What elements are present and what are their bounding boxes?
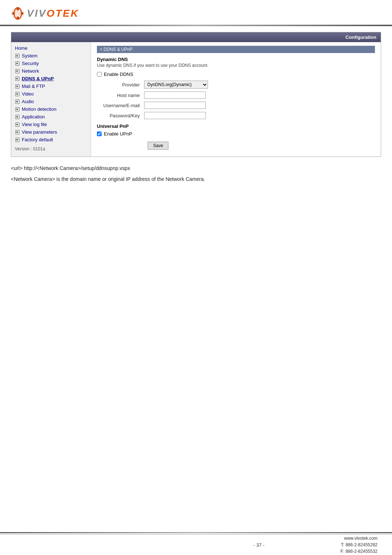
enable-upnp-checkbox[interactable]: [97, 131, 102, 136]
hostname-input[interactable]: [144, 92, 206, 99]
footer: - 37 - www.vivotek.com T: 886-2-82455282…: [0, 534, 392, 555]
content-area: > DDNS & UPnP Dynamic DNS Use dynamic DN…: [91, 42, 381, 157]
arrow-icon-motion: ►: [15, 107, 20, 112]
sidebar-label-audio: Audio: [22, 99, 34, 104]
sidebar-label-viewlog: View log file: [22, 122, 47, 127]
arrow-icon-factory: ►: [15, 137, 20, 142]
sidebar-item-audio[interactable]: ► Audio: [11, 98, 91, 105]
footer-website: www.vivotek.com: [340, 535, 377, 542]
sidebar-item-viewlog[interactable]: ► View log file: [11, 121, 91, 128]
config-panel: Configuration Home ► System ►: [11, 32, 381, 157]
svg-point-3: [21, 12, 24, 15]
bottom-divider: [0, 532, 392, 533]
provider-label: Provider: [97, 82, 144, 88]
arrow-icon-viewparams: ►: [15, 130, 20, 135]
page-number: - 37 -: [177, 542, 340, 548]
sidebar-label-viewparams: View parameters: [22, 129, 57, 135]
sidebar-item-motion[interactable]: ► Motion detection: [11, 105, 91, 113]
description-block: <url> http://<Network Camera>/setup/ddns…: [11, 164, 381, 184]
svg-point-4: [17, 8, 19, 11]
enable-upnp-label[interactable]: Enable UPnP: [104, 131, 132, 137]
sidebar-label-motion: Motion detection: [22, 106, 56, 112]
hostname-row: Host name: [97, 92, 375, 99]
sidebar-label-factory: Factory default: [22, 137, 53, 142]
svg-point-2: [12, 12, 15, 15]
hostname-label: Host name: [97, 93, 144, 98]
dynamic-dns-section: Dynamic DNS Use dynamic DNS if you want …: [97, 57, 375, 119]
enable-upnp-row: Enable UPnP: [97, 131, 375, 137]
provider-row: Provider DynDNS.org(Dynamic) DynDNS.org(…: [97, 81, 375, 89]
arrow-icon-ddns: ►: [15, 76, 20, 81]
note-line: <Network Camera> is the domain name or o…: [11, 175, 381, 184]
sidebar-label-network: Network: [22, 68, 39, 74]
arrow-icon-system: ►: [15, 53, 20, 58]
sidebar-item-security[interactable]: ► Security: [11, 60, 91, 67]
vivotek-logo-icon: [11, 7, 25, 20]
sidebar-item-mail[interactable]: ► Mail & FTP: [11, 82, 91, 90]
sidebar-item-ddns[interactable]: ► DDNS & UPnP: [11, 75, 91, 82]
arrow-icon-network: ►: [15, 69, 20, 74]
enable-ddns-row: Enable DDNS: [97, 72, 375, 77]
version-text: Version : 0101a: [11, 143, 91, 154]
arrow-icon-viewlog: ►: [15, 122, 20, 127]
arrow-icon-security: ►: [15, 61, 20, 66]
password-input[interactable]: [144, 112, 206, 119]
sidebar: Home ► System ► Security ►: [11, 42, 91, 157]
sidebar-item-viewparams[interactable]: ► View parameters: [11, 128, 91, 136]
sidebar-item-video[interactable]: ► Video: [11, 90, 91, 98]
sidebar-label-ddns: DDNS & UPnP: [22, 76, 54, 81]
page-header: VIVOTEK: [0, 0, 392, 25]
svg-point-5: [17, 17, 19, 19]
footer-phone: T: 886-2-82455282: [340, 542, 377, 548]
sidebar-item-application[interactable]: ► Application: [11, 113, 91, 121]
logo-text: VIVOTEK: [27, 8, 79, 19]
arrow-icon-mail: ►: [15, 84, 20, 89]
sidebar-label-video: Video: [22, 91, 34, 97]
provider-select[interactable]: DynDNS.org(Dynamic) DynDNS.org(Static) T…: [144, 81, 208, 89]
config-body: Home ► System ► Security ►: [11, 42, 381, 157]
universal-pnp-section: Universal PnP Enable UPnP: [97, 123, 375, 137]
sidebar-label-security: Security: [22, 61, 39, 66]
arrow-icon-audio: ►: [15, 99, 20, 104]
sidebar-item-network[interactable]: ► Network: [11, 67, 91, 75]
footer-fax: F: 886-2-82455532: [340, 548, 377, 555]
sidebar-label-system: System: [22, 53, 37, 58]
sidebar-item-system[interactable]: ► System: [11, 52, 91, 60]
dynamic-dns-title: Dynamic DNS: [97, 57, 375, 62]
sidebar-item-home[interactable]: Home: [11, 44, 91, 52]
sidebar-label-application: Application: [22, 114, 45, 119]
sidebar-label-home: Home: [15, 45, 28, 51]
config-header: Configuration: [11, 32, 381, 42]
enable-ddns-checkbox[interactable]: [97, 72, 102, 77]
footer-contact: www.vivotek.com T: 886-2-82455282 F: 886…: [340, 535, 377, 555]
url-line: <url> http://<Network Camera>/setup/ddns…: [11, 164, 381, 173]
section-breadcrumb: > DDNS & UPnP: [97, 46, 375, 53]
arrow-icon-application: ►: [15, 114, 20, 119]
username-input[interactable]: [144, 102, 206, 109]
logo-area: VIVOTEK: [11, 7, 381, 20]
enable-ddns-label[interactable]: Enable DDNS: [104, 72, 133, 77]
sidebar-label-mail: Mail & FTP: [22, 84, 45, 89]
dynamic-dns-desc: Use dynamic DNS if you want to use your …: [97, 63, 375, 68]
save-button[interactable]: Save: [148, 142, 168, 150]
main-container: Configuration Home ► System ►: [0, 26, 392, 195]
password-row: Password/Key: [97, 112, 375, 119]
username-row: Username/E-mail: [97, 102, 375, 109]
upnp-title: Universal PnP: [97, 123, 375, 129]
arrow-icon-video: ►: [15, 92, 20, 97]
username-label: Username/E-mail: [97, 103, 144, 108]
sidebar-item-factory[interactable]: ► Factory default: [11, 136, 91, 143]
config-title: Configuration: [346, 35, 376, 40]
password-label: Password/Key: [97, 113, 144, 118]
